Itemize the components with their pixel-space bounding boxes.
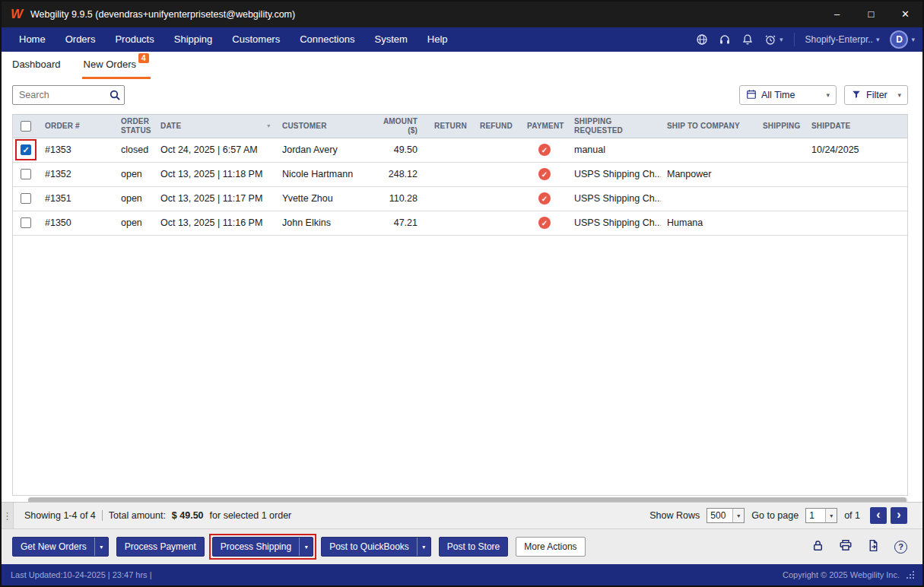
menu-system[interactable]: System	[364, 27, 417, 52]
content-area: All Time ▾ Filter ▾	[2, 79, 922, 502]
tab-dashboard[interactable]: Dashboard	[11, 52, 62, 79]
col-order-number[interactable]: ORDER #	[39, 115, 115, 138]
process-payment-label: Process Payment	[117, 541, 204, 552]
row-checkbox[interactable]: ✓	[21, 144, 31, 155]
post-to-store-button[interactable]: Post to Store	[439, 537, 508, 557]
table-row[interactable]: ✓ #1352 open Oct 13, 2025 | 11:18 PM Nic…	[13, 162, 907, 186]
next-page-button[interactable]: ›	[891, 507, 907, 524]
more-actions-button[interactable]: More Actions	[516, 537, 585, 557]
col-payment[interactable]: PAYMENT	[521, 115, 568, 138]
cell-ship-to-company: Manpower	[661, 162, 757, 186]
headset-icon[interactable]	[719, 33, 731, 46]
menu-products[interactable]: Products	[105, 27, 164, 52]
actions-row: Get New Orders ▾ Process Payment Process…	[2, 529, 922, 564]
col-return[interactable]: RETURN	[428, 115, 474, 138]
cell-amount: 248.12	[371, 162, 428, 186]
cell-customer: Nicole Hartmann	[276, 162, 371, 186]
export-icon[interactable]	[867, 539, 880, 555]
cell-shipping-requested: USPS Shipping Ch...	[568, 186, 661, 211]
status-summary: Showing 1-4 of 4 Total amount: $ 49.50 f…	[24, 510, 291, 521]
col-amount[interactable]: AMOUNT ($)	[371, 115, 428, 138]
tab-dashboard-label: Dashboard	[12, 59, 61, 70]
check-icon: ✓	[541, 170, 548, 179]
date-range-dropdown[interactable]: All Time ▾	[739, 85, 837, 105]
chevron-down-icon[interactable]: ▾	[94, 538, 108, 556]
user-menu[interactable]: D ▾	[890, 30, 915, 49]
col-customer[interactable]: CUSTOMER	[276, 115, 371, 138]
table-row[interactable]: ✓ #1350 open Oct 13, 2025 | 11:16 PM Joh…	[13, 211, 907, 235]
post-to-quickbooks-button[interactable]: Post to QuickBooks ▾	[321, 537, 431, 557]
minimize-button[interactable]: –	[820, 2, 854, 27]
col-refund[interactable]: REFUND	[474, 115, 521, 138]
drag-handle[interactable]: ⋮	[2, 503, 14, 528]
cell-date: Oct 13, 2025 | 11:16 PM	[154, 211, 276, 235]
cell-date: Oct 13, 2025 | 11:17 PM	[154, 186, 276, 211]
printer-icon[interactable]	[839, 538, 853, 555]
cell-shipdate	[805, 162, 907, 186]
menu-connections[interactable]: Connections	[290, 27, 364, 52]
row-checkbox[interactable]: ✓	[21, 217, 31, 228]
payment-paid-icon: ✓	[538, 144, 551, 156]
process-payment-button[interactable]: Process Payment	[116, 537, 205, 557]
table-row[interactable]: ✓ #1351 open Oct 13, 2025 | 11:17 PM Yve…	[13, 186, 907, 211]
select-all-header: ✓	[13, 115, 39, 138]
goto-page-label: Go to page	[751, 510, 799, 521]
bell-icon[interactable]	[741, 33, 754, 46]
chevron-down-icon[interactable]: ▾	[299, 538, 313, 556]
cell-order-status: open	[115, 211, 154, 235]
show-rows-select[interactable]: 500 ▾	[706, 508, 745, 523]
get-new-orders-button[interactable]: Get New Orders ▾	[12, 537, 109, 557]
toolbar-right: All Time ▾ Filter ▾	[739, 85, 908, 105]
prev-page-button[interactable]: ‹	[870, 507, 887, 524]
menu-help[interactable]: Help	[418, 27, 458, 52]
col-shipdate[interactable]: SHIPDATE	[805, 115, 907, 138]
globe-icon[interactable]	[696, 33, 708, 46]
table-row[interactable]: ✓ #1353 closed Oct 24, 2025 | 6:57 AM Jo…	[13, 138, 907, 162]
select-all-checkbox[interactable]: ✓	[21, 121, 31, 132]
row-checkbox[interactable]: ✓	[21, 169, 31, 179]
chevron-down-icon: ▾	[897, 91, 901, 99]
resize-grip[interactable]	[906, 570, 915, 579]
col-shipping[interactable]: SHIPPING	[757, 115, 805, 138]
tab-new-orders[interactable]: New Orders 4	[82, 52, 151, 79]
maximize-button[interactable]: □	[854, 2, 888, 27]
page-nav: ‹ ›	[870, 507, 907, 524]
caret-glyph: ▾	[422, 544, 425, 551]
window-title: Webgility 9.9.5 (devendras+unifyenterpri…	[30, 9, 295, 20]
close-button[interactable]: ✕	[888, 2, 922, 27]
tab-new-orders-label: New Orders	[84, 59, 136, 70]
snooze-clock-dropdown[interactable]: ▾	[764, 33, 783, 46]
cell-return	[428, 162, 474, 186]
cell-payment: ✓	[521, 186, 568, 211]
menu-customers[interactable]: Customers	[222, 27, 290, 52]
chevron-down-icon[interactable]: ▾	[732, 509, 744, 522]
col-shipping-requested[interactable]: SHIPPING REQUESTED	[568, 115, 661, 138]
calendar-icon	[746, 89, 757, 102]
cell-shipdate	[805, 211, 907, 235]
chevron-down-icon[interactable]: ▾	[825, 509, 837, 522]
menu-shipping[interactable]: Shipping	[164, 27, 223, 52]
menu-orders[interactable]: Orders	[56, 27, 106, 52]
row-checkbox[interactable]: ✓	[21, 193, 31, 204]
menu-home[interactable]: Home	[9, 27, 56, 52]
col-date[interactable]: DATE▼	[154, 115, 276, 138]
lock-icon[interactable]	[811, 539, 824, 555]
help-icon[interactable]: ?	[894, 541, 907, 554]
cell-payment: ✓	[521, 211, 568, 235]
search-icon[interactable]	[109, 89, 121, 104]
chevron-down-icon: ▾	[911, 36, 915, 43]
cell-return	[428, 211, 474, 235]
col-ship-to-company[interactable]: SHIP TO COMPANY	[661, 115, 757, 138]
col-date-label: DATE	[160, 122, 181, 130]
store-selector[interactable]: Shopify-Enterpr.. ▾	[805, 34, 880, 45]
app-window: W Webgility 9.9.5 (devendras+unifyenterp…	[0, 0, 924, 587]
chevron-down-icon[interactable]: ▾	[417, 538, 430, 556]
page-select[interactable]: 1 ▾	[805, 508, 837, 523]
search-input[interactable]	[12, 85, 125, 105]
col-order-status[interactable]: ORDER STATUS	[115, 115, 154, 138]
caret-glyph: ▾	[830, 512, 833, 519]
caret-glyph: ▾	[737, 512, 740, 519]
filter-dropdown[interactable]: Filter ▾	[844, 85, 908, 105]
process-shipping-button[interactable]: Process Shipping ▾	[212, 537, 313, 557]
sort-desc-icon[interactable]: ▼	[266, 123, 271, 129]
